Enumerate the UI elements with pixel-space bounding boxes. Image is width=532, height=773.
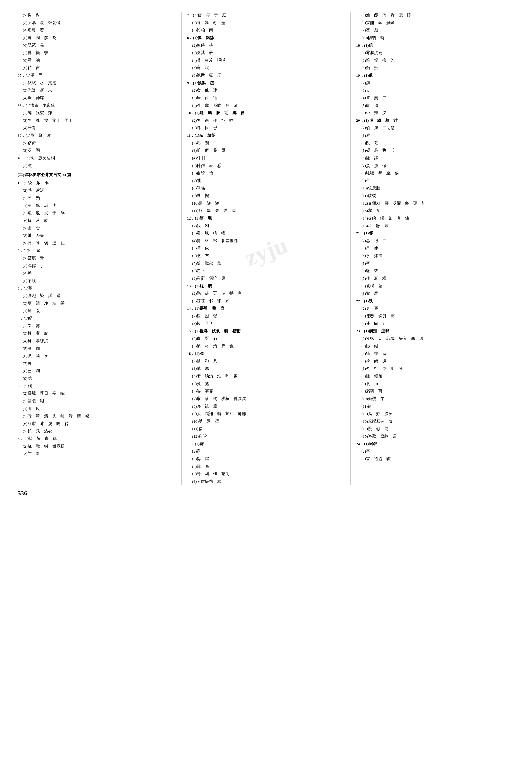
list-item: (4)纯 拔 遗 bbox=[356, 350, 514, 357]
list-item: 24．(1)岷峨 bbox=[356, 440, 514, 448]
list-item: (5)瀚 阑 惨 凝 bbox=[18, 34, 176, 41]
list-item: (2)惠 遏 弗 bbox=[356, 237, 514, 244]
list-item: (3)惶 准 惶 零丁 零丁 bbox=[18, 117, 176, 124]
list-item: (5)察 bbox=[356, 260, 514, 267]
list-item: (6)淫 霏霏 bbox=[187, 388, 345, 395]
list-item: (5)骚 览 bbox=[187, 380, 345, 387]
list-item: (2)缭碍 碍 bbox=[187, 42, 345, 49]
list-item: (2)熟 朗 bbox=[187, 140, 345, 147]
list-item: (11)崩 bbox=[356, 403, 514, 410]
list-item: (6)辙 钹 bbox=[356, 267, 514, 274]
list-item: (11)欣 规 寻 遂 津 bbox=[187, 207, 345, 214]
list-item: (4)孚 弗福 bbox=[356, 252, 514, 259]
list-item: (8)谗 讥 籌 bbox=[187, 403, 345, 410]
list-item: (8)宴酣 弈 觥筹 bbox=[356, 19, 514, 26]
list-item: (2)树 树 bbox=[18, 12, 176, 19]
list-item: (12)支僵劝 腰 沃灌 衾 覆 和 bbox=[356, 200, 514, 207]
list-item: 2．(1)惟 馨 bbox=[18, 247, 176, 254]
list-item: 8．(1)俱 飘荡 bbox=[187, 34, 345, 41]
list-item: (2)辟 bbox=[356, 80, 514, 87]
list-item: (4)当 仲谋 bbox=[18, 94, 176, 102]
list-item: 19．(1)兼 bbox=[356, 72, 514, 79]
list-item: (4)谏 间 期 bbox=[356, 320, 514, 327]
list-item: (2)反 困 强 bbox=[187, 313, 345, 320]
list-item: (7)援 质 倾 bbox=[356, 162, 514, 169]
list-item: (2)卒 bbox=[356, 448, 514, 455]
list-item: (7)逝 舍 bbox=[18, 225, 176, 232]
list-item: (9)辙 糜 bbox=[356, 290, 514, 297]
column-3: (7)渔 酿 泻 肴 蔬 陈(8)宴酣 弈 觥筹(9)苍 颓(10)阴翳 鸣18… bbox=[351, 12, 514, 485]
list-item: (2)女 戚 违 bbox=[187, 87, 345, 94]
list-item: (15)咨诹 察纳 诏 bbox=[356, 433, 514, 440]
list-item: (4)痴 痴 bbox=[356, 64, 514, 71]
list-item: (3)赋 属 bbox=[187, 365, 345, 372]
list-item: (7)长 猿 沾衣 bbox=[18, 428, 176, 435]
column-1: (2)树 树(3)罗幕 衰 锦衾薄(4)角弓 着(5)瀚 阑 惨 凝(6)琵琶 … bbox=[18, 12, 181, 485]
list-item: (3)旷 俨 桑 属 bbox=[187, 147, 345, 154]
list-item: 20．(1)嗜 致 藏 计 bbox=[356, 117, 514, 124]
list-item: (5)蹴 屑 bbox=[356, 102, 514, 109]
list-item: 9．(1)侯俱 煊 bbox=[187, 80, 345, 87]
list-item: (二)课标要求必背文言文 24 篇 bbox=[18, 171, 176, 178]
list-item: (5)种作 着 悉 bbox=[187, 162, 345, 169]
list-item: (7)掷 bbox=[18, 360, 176, 367]
list-item: (3)拂 恒 患 bbox=[187, 124, 345, 131]
list-item: (5)潭 依 bbox=[187, 245, 345, 252]
list-item: 13．(1)鲲 鹏 bbox=[187, 283, 345, 290]
list-item: (4)衔 汤汤 淮 晖 象 bbox=[187, 373, 345, 380]
list-item: (5)疏 肱 义 于 浮 bbox=[18, 210, 176, 217]
list-item: (3)卷 坻 屿 嵁 bbox=[187, 230, 345, 237]
list-item: (4)柿 暴涨携 bbox=[18, 337, 176, 345]
list-item: (3)兜鍪 断 未 bbox=[18, 87, 176, 94]
list-item: (9)臆 bbox=[18, 375, 176, 382]
list-item: (4)霏 晦 bbox=[187, 463, 345, 470]
list-item: (3)长 学学 bbox=[187, 320, 345, 327]
list-item: (4)箪 飘 堪 忧 bbox=[18, 202, 176, 209]
list-item: (6)俯侯提携 漱 bbox=[187, 478, 345, 485]
list-item: 17．(1)蔚 bbox=[187, 440, 345, 448]
list-item: 21．(1)邻 bbox=[356, 230, 514, 237]
list-item: (8)已 溯 bbox=[18, 367, 176, 374]
list-item: 7．(1)寝 与 于 庭 bbox=[187, 12, 345, 19]
page-number: 536 bbox=[18, 490, 27, 497]
list-item: (6)琵琶 羌 bbox=[18, 42, 176, 49]
list-item: (13)寓 食 bbox=[356, 207, 514, 214]
list-item: 40．(1)钩 寂寞梧桐 bbox=[18, 155, 176, 162]
list-item: (4)激 冷冷 嗈嗈 bbox=[187, 57, 345, 64]
list-item: (12)庙堂 bbox=[187, 433, 345, 440]
list-item: (3)居 位 道 bbox=[187, 94, 345, 102]
list-item: (3)罔 殆 bbox=[18, 195, 176, 202]
list-item: (3)陟 臧 bbox=[356, 343, 514, 350]
list-item: (5)芳 幽 佳 繁阴 bbox=[187, 470, 345, 477]
list-item: (9)卒 bbox=[356, 177, 514, 184]
list-item: (3)与 奇 bbox=[18, 450, 176, 457]
list-item: (3)谏赛 谤讥 赛 bbox=[356, 313, 514, 320]
list-item: (4)箪 羹 弗 bbox=[356, 94, 514, 102]
list-item: (5)湍 潭 清 倒 岫 湍 清 峻 bbox=[18, 413, 176, 420]
list-item: (2)硕 屈 弗之怠 bbox=[356, 124, 514, 131]
list-item: (6)择 从 改 bbox=[18, 217, 176, 224]
list-item: (3)棹 叟 舵 bbox=[18, 330, 176, 337]
list-item: (6)钟 辩 义 bbox=[356, 109, 514, 117]
list-item: (2)庭 藻 荇 盖 bbox=[187, 19, 345, 26]
list-item: (14)慢 彰 笃 bbox=[356, 425, 514, 432]
list-item: (2)意 bbox=[187, 448, 345, 455]
list-item: (7)作 衰 竭 bbox=[356, 275, 514, 282]
columns-wrapper: (2)树 树(3)罗幕 衰 锦衾薄(4)角弓 着(5)瀚 阑 惨 凝(6)琵琶 … bbox=[18, 12, 514, 485]
list-item: 11．(1)杂 缤纷 bbox=[187, 132, 345, 139]
list-item: (3)惟 堤 痕 芥 bbox=[356, 57, 514, 64]
list-item: (4)鲜 众 bbox=[18, 307, 176, 314]
list-item: (2)食 粟 石 bbox=[187, 335, 345, 342]
list-item: (3)襄陵 湖 bbox=[18, 398, 176, 405]
list-item: (4)角弓 着 bbox=[18, 27, 176, 34]
list-item: (2)恒 衡 作 征 喻 bbox=[187, 117, 345, 124]
list-item: 39．(1)岱 聚 潼 bbox=[18, 132, 176, 139]
list-item: (8)恨 恒 bbox=[356, 380, 514, 387]
list-item: 23．(1)崩殂 疲弊 bbox=[356, 328, 514, 335]
list-item: (9)苍 颓 bbox=[356, 27, 514, 34]
list-item: (9)躬耕 苟 bbox=[356, 388, 514, 395]
list-item: (5)裨 阙 漏 bbox=[356, 358, 514, 365]
list-item: (3)吊 弗 bbox=[356, 245, 514, 252]
list-item: (2)晓 獸 鳞 鳞竟跃 bbox=[18, 443, 176, 450]
list-item: (6)激 啮 坎 bbox=[18, 352, 176, 360]
